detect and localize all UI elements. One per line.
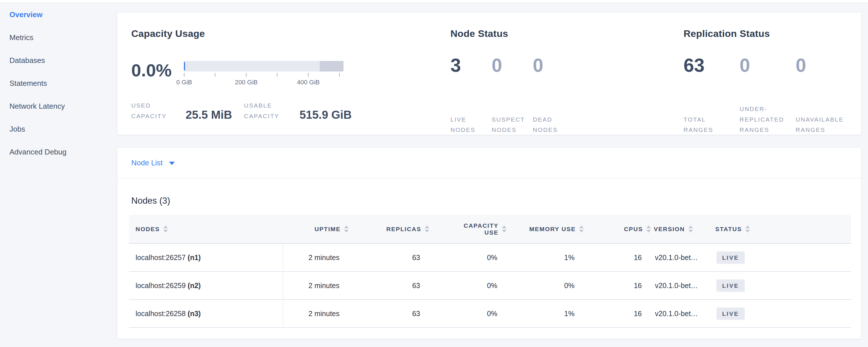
capacity-stats: USED CAPACITY 25.5 MiB USABLE CAPACITY 5… xyxy=(131,100,451,122)
axis-label-0gib: 0 GiB xyxy=(176,79,192,86)
memory-use-cell: 0% xyxy=(509,272,587,299)
live-nodes-count: 3 xyxy=(451,56,461,75)
sidebar-item-statements[interactable]: Statements xyxy=(0,72,117,95)
column-header-version[interactable]: VERSION xyxy=(654,215,715,244)
sidebar-item-advanced-debug[interactable]: Advanced Debug xyxy=(0,140,117,163)
under-replicated-ranges-stat: 0 UNDER-REPLICATED RANGES xyxy=(740,12,796,135)
capacity-bar-other-segment xyxy=(320,61,343,71)
node-address[interactable]: localhost:26257 xyxy=(135,253,186,261)
sort-icon xyxy=(688,225,693,232)
capacity-usage-section: Capacity Usage 0.0% 0 GiB 200 GiB 400 Gi… xyxy=(131,12,451,135)
node-list-view-dropdown[interactable]: Node List xyxy=(131,158,175,167)
column-header-nodes[interactable]: NODES xyxy=(129,215,283,244)
status-badge: LIVE xyxy=(716,280,745,292)
table-row[interactable]: localhost:26257 (n1) 2 minutes 63 0% 1% … xyxy=(129,244,851,272)
under-replicated-ranges-label: UNDER-REPLICATED RANGES xyxy=(740,104,790,135)
total-ranges-label: TOTAL RANGES xyxy=(684,115,735,135)
capacity-axis-labels: 0 GiB 200 GiB 400 GiB xyxy=(184,79,343,87)
replicas-cell: 63 xyxy=(351,272,432,299)
cpus-cell: 16 xyxy=(587,272,654,299)
under-replicated-ranges-count: 0 xyxy=(740,56,750,75)
usable-capacity-value: 515.9 GiB xyxy=(300,109,351,120)
live-nodes-label: LIVE NODES xyxy=(451,115,487,135)
column-header-cpus[interactable]: CPUS xyxy=(587,215,654,244)
status-badge: LIVE xyxy=(716,308,745,320)
memory-use-cell: 1% xyxy=(509,244,587,272)
sort-icon xyxy=(344,225,349,232)
table-row[interactable]: localhost:26258 (n3) 2 minutes 63 0% 1% … xyxy=(129,299,851,327)
sort-icon xyxy=(163,225,168,232)
node-id: (n3) xyxy=(188,310,201,318)
sort-icon xyxy=(745,225,750,232)
dead-nodes-stat: 0 DEAD NODES xyxy=(533,12,574,135)
suspect-nodes-stat: 0 SUSPECT NODES xyxy=(492,12,533,135)
capacity-use-cell: 0% xyxy=(432,299,509,327)
column-header-memory-use[interactable]: MEMORY USE xyxy=(509,215,587,244)
unavailable-ranges-count: 0 xyxy=(796,56,806,75)
column-header-capacity-use[interactable]: CAPACITY USE xyxy=(432,215,509,244)
axis-label-400gib: 400 GiB xyxy=(297,79,320,86)
node-list-view-label: Node List xyxy=(131,158,163,167)
capacity-usage-title: Capacity Usage xyxy=(131,28,205,39)
sidebar: Overview Metrics Databases Statements Ne… xyxy=(0,3,117,347)
version-cell: v20.1.0-bet… xyxy=(654,244,715,272)
sort-icon xyxy=(646,225,651,232)
memory-use-cell: 1% xyxy=(509,299,587,327)
table-row[interactable]: localhost:26259 (n2) 2 minutes 63 0% 0% … xyxy=(129,272,851,299)
replicas-cell: 63 xyxy=(351,244,432,272)
page-header-edge xyxy=(0,0,868,3)
node-address[interactable]: localhost:26258 xyxy=(135,310,186,318)
node-id: (n2) xyxy=(188,282,201,289)
column-header-uptime[interactable]: UPTIME xyxy=(283,215,351,244)
node-status-section: Node Status 3 LIVE NODES 0 SUSPECT NODES… xyxy=(451,12,684,135)
node-list-card: Node List Nodes (3) NODES UPTIME REPLICA… xyxy=(117,147,861,339)
sidebar-item-databases[interactable]: Databases xyxy=(0,49,117,72)
version-cell: v20.1.0-bet… xyxy=(654,299,715,327)
sidebar-item-jobs[interactable]: Jobs xyxy=(0,118,117,140)
status-badge: LIVE xyxy=(716,251,745,264)
cluster-summary-card: Capacity Usage 0.0% 0 GiB 200 GiB 400 Gi… xyxy=(117,12,861,135)
nodes-table: NODES UPTIME REPLICAS CAPACITY USE M xyxy=(129,215,851,328)
cpus-cell: 16 xyxy=(587,244,654,272)
sidebar-item-overview[interactable]: Overview xyxy=(0,3,117,26)
uptime-cell: 2 minutes xyxy=(283,244,351,272)
live-nodes-stat: 3 LIVE NODES xyxy=(451,12,492,135)
dead-nodes-label: DEAD NODES xyxy=(533,115,569,135)
unavailable-ranges-stat: 0 UNAVAILABLE RANGES xyxy=(796,12,852,135)
table-header-row: NODES UPTIME REPLICAS CAPACITY USE M xyxy=(129,215,851,244)
capacity-bar xyxy=(184,61,343,71)
replication-status-section: Replication Status 63 TOTAL RANGES 0 UND… xyxy=(684,12,855,135)
sidebar-item-metrics[interactable]: Metrics xyxy=(0,26,117,49)
sort-icon xyxy=(425,225,429,232)
used-capacity-label: USED CAPACITY xyxy=(131,100,182,122)
cpus-cell: 16 xyxy=(587,299,654,327)
capacity-axis-ticks xyxy=(184,73,343,77)
total-ranges-stat: 63 TOTAL RANGES xyxy=(684,12,740,135)
capacity-used-percent: 0.0% xyxy=(131,62,172,79)
capacity-use-cell: 0% xyxy=(432,244,509,272)
uptime-cell: 2 minutes xyxy=(283,299,351,327)
node-list-header: Node List xyxy=(117,148,861,178)
node-id: (n1) xyxy=(188,253,201,261)
dead-nodes-count: 0 xyxy=(533,56,544,75)
sort-icon xyxy=(502,225,506,232)
uptime-cell: 2 minutes xyxy=(283,272,351,299)
column-header-replicas[interactable]: REPLICAS xyxy=(351,215,432,244)
sort-icon xyxy=(579,225,584,232)
axis-label-200gib: 200 GiB xyxy=(235,79,258,86)
total-ranges-count: 63 xyxy=(684,56,705,75)
version-cell: v20.1.0-bet… xyxy=(654,272,715,299)
capacity-bar-used-segment xyxy=(184,62,185,70)
unavailable-ranges-label: UNAVAILABLE RANGES xyxy=(796,115,846,135)
suspect-nodes-count: 0 xyxy=(492,56,502,75)
usable-capacity-label: USABLE CAPACITY xyxy=(244,100,296,122)
node-address[interactable]: localhost:26259 xyxy=(135,282,186,289)
replicas-cell: 63 xyxy=(351,299,432,327)
suspect-nodes-label: SUSPECT NODES xyxy=(492,115,528,135)
used-capacity-value: 25.5 MiB xyxy=(186,109,232,120)
column-header-status[interactable]: STATUS xyxy=(715,215,851,244)
capacity-bar-chart: 0 GiB 200 GiB 400 GiB xyxy=(184,61,343,98)
sidebar-item-network-latency[interactable]: Network Latency xyxy=(0,95,117,118)
nodes-count-title: Nodes (3) xyxy=(131,196,170,206)
chevron-down-icon xyxy=(169,162,175,165)
